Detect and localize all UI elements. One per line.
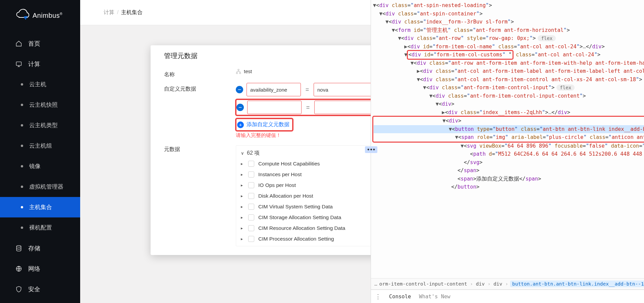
dom-node[interactable]: </svg>: [373, 158, 644, 167]
dom-node[interactable]: ▼<div class="ant-form-item-control-input…: [373, 92, 644, 100]
label-name: 名称: [164, 68, 236, 78]
dom-node[interactable]: ▼<div class="ant-spin-container">: [373, 10, 644, 18]
dom-node[interactable]: <span>添加自定义元数据</span>: [373, 175, 644, 183]
bullet-icon: [21, 83, 23, 86]
label-meta: 元数据: [164, 143, 236, 153]
metadata-library-item[interactable]: ▸ Compute Host Capabilities: [241, 161, 371, 167]
name-text: test: [244, 68, 252, 74]
sidebar-item-identity[interactable]: 身份管理: [0, 299, 80, 303]
bullet-icon: [21, 104, 23, 106]
sidebar-item-compute-child[interactable]: 主机集合: [0, 197, 80, 217]
dom-node[interactable]: ▼<div class="index__form--3rBuv sl-form"…: [373, 18, 644, 26]
metadata-value-input[interactable]: [314, 83, 371, 96]
sidebar-item-storage[interactable]: 存储: [0, 238, 80, 258]
globe-icon: [15, 265, 22, 272]
form-row-meta: 元数据 ∨ 62 项 ▸ Compute Host Capabilities▸ …: [164, 143, 371, 246]
sidebar-item-label: 网络: [28, 265, 40, 273]
metadata-library-item[interactable]: ▸ IO Ops per Host: [241, 182, 371, 188]
brand: Animbus®: [0, 0, 80, 33]
dom-node[interactable]: ▼<div class="ant-row" style="row-gap: 0p…: [373, 34, 644, 43]
dom-node[interactable]: ▼<div>: [374, 117, 644, 125]
metadata-library-label: Disk Allocation per Host: [258, 193, 313, 199]
dom-node[interactable]: ▼<div>: [373, 100, 644, 108]
metadata-library-label: IO Ops per Host: [258, 182, 296, 188]
devtools-breadcrumbs[interactable]: … orm-item-control-input-content › div ›…: [371, 278, 644, 290]
sidebar-item-home[interactable]: 首页: [0, 33, 80, 54]
checkbox[interactable]: [248, 171, 254, 178]
manage-metadata-modal: 管理元数据 名称 test 自定义元数据 − = − = + 添加: [151, 45, 371, 255]
metadata-library-item[interactable]: ▸ CIM Storage Allocation Setting Data: [241, 214, 371, 220]
sidebar-item-compute-child[interactable]: 云主机: [0, 74, 80, 95]
dom-node[interactable]: ▼<div class="ant-col ant-form-item-contr…: [373, 75, 644, 84]
metadata-library-item[interactable]: ▸ CIM Virtual System Setting Data: [241, 204, 371, 210]
equals-icon: =: [304, 86, 310, 93]
sidebar-item-compute-child[interactable]: 云主机类型: [0, 115, 80, 136]
devtools-dom-tree[interactable]: ▼<div class="ant-spin-nested-loading"> ▼…: [371, 0, 644, 278]
metadata-library-item[interactable]: ▸ Disk Allocation per Host: [241, 193, 371, 199]
tab-whatsnew[interactable]: What's New: [419, 294, 450, 300]
remove-row-button[interactable]: −: [236, 104, 244, 111]
dom-node[interactable]: ▶<div id="form-item-col-name" class="ant…: [373, 43, 644, 51]
add-metadata-button[interactable]: + 添加自定义元数据: [237, 120, 289, 130]
add-metadata-label: 添加自定义元数据: [247, 121, 289, 128]
dom-node[interactable]: ▼<div id="form-item-col-customs" " class…: [373, 51, 644, 59]
dom-node[interactable]: <path d="M512 64C264.6 64 64 264.6 64 51…: [373, 150, 644, 158]
metadata-library-item[interactable]: ▸ Instances per Host: [241, 171, 371, 178]
sidebar-item-compute[interactable]: 计算: [0, 54, 80, 74]
sidebar-item-network[interactable]: 网络: [0, 258, 80, 279]
metadata-value-input[interactable]: [314, 101, 371, 114]
sidebar-item-compute-child[interactable]: 裸机配置: [0, 217, 80, 238]
dom-node[interactable]: </button>: [373, 183, 644, 191]
sidebar-item-compute-child[interactable]: 云主机快照: [0, 95, 80, 115]
dom-node[interactable]: ▼<div class="ant-row ant-form-item ant-f…: [373, 59, 644, 67]
dom-node[interactable]: ▼<div class="ant-form-item-control-input…: [373, 84, 644, 92]
breadcrumb-parent[interactable]: 计算: [104, 9, 114, 16]
breadcrumb-current: 主机集合: [121, 9, 143, 16]
checkbox[interactable]: [248, 214, 254, 220]
chevron-down-icon: ∨: [241, 151, 244, 156]
checkbox[interactable]: [248, 193, 254, 199]
crumb-active[interactable]: button.ant-btn.ant-btn-link.index__add-b…: [510, 281, 644, 287]
dom-node[interactable]: </span>: [373, 166, 644, 175]
metadata-library-label: CIM Processor Allocation Setting: [258, 236, 334, 242]
dom-node[interactable]: ▼<div class="ant-spin-nested-loading">: [373, 1, 644, 10]
dom-node[interactable]: ▶<div class="index__items--2qLhh">…</div…: [373, 108, 644, 117]
label-custom: 自定义元数据: [164, 83, 236, 93]
crumb-sep: ›: [485, 281, 493, 287]
sidebar-item-label: 云主机类型: [29, 121, 58, 129]
checkbox[interactable]: [248, 182, 254, 188]
metadata-key-input[interactable]: [247, 83, 301, 96]
checkbox[interactable]: [248, 236, 254, 242]
sidebar-item-label: 云主机: [29, 81, 46, 88]
remove-row-button[interactable]: −: [236, 86, 243, 93]
svg-rect-7: [239, 72, 241, 73]
kebab-icon[interactable]: ⋮: [375, 293, 381, 300]
checkbox[interactable]: [248, 161, 254, 167]
sidebar-item-compute-child[interactable]: 虚拟机管理器: [0, 176, 80, 197]
dom-node[interactable]: ▶<div class="ant-col ant-form-item-label…: [373, 67, 644, 75]
dom-node[interactable]: ▼<span role="img" aria-label="plus-circl…: [374, 133, 644, 142]
metadata-library-label: CIM Storage Allocation Setting Data: [258, 214, 341, 220]
dom-node[interactable]: ▼<form id="管理主机" class="ant-form ant-for…: [373, 26, 644, 35]
crumb-item[interactable]: div: [493, 281, 502, 287]
crumb-item[interactable]: div: [476, 281, 485, 287]
sidebar-item-security[interactable]: 安全: [0, 279, 80, 299]
dom-node[interactable]: ▼<svg viewBox="64 64 896 896" focusable=…: [373, 142, 644, 150]
metadata-library-item[interactable]: ▸ CIM Processor Allocation Setting: [241, 236, 371, 242]
svg-point-1: [16, 245, 21, 247]
metadata-count: 62 项: [247, 150, 260, 157]
checkbox[interactable]: [248, 225, 254, 231]
sidebar-nav: 首页 计算 云主机 云主机快照 云主机类型 云主机组 镜像 虚拟机管理器 主机集…: [0, 33, 80, 303]
caret-right-icon: ▸: [241, 215, 244, 220]
crumb-item[interactable]: orm-item-control-input-content: [379, 281, 467, 287]
metadata-key-input[interactable]: [247, 101, 302, 114]
checkbox[interactable]: [248, 204, 254, 210]
home-icon: [15, 40, 22, 47]
svg-rect-0: [16, 62, 21, 65]
sidebar-item-compute-child[interactable]: 云主机组: [0, 136, 80, 156]
metadata-collapse-header[interactable]: ∨ 62 项: [236, 146, 371, 161]
metadata-library-item[interactable]: ▸ CIM Resource Allocation Setting Data: [241, 225, 371, 231]
tab-console[interactable]: Console: [389, 294, 411, 300]
sidebar-item-compute-child[interactable]: 镜像: [0, 156, 80, 176]
dom-node[interactable]: ▼<button type="button" class="ant-btn an…: [374, 125, 644, 134]
